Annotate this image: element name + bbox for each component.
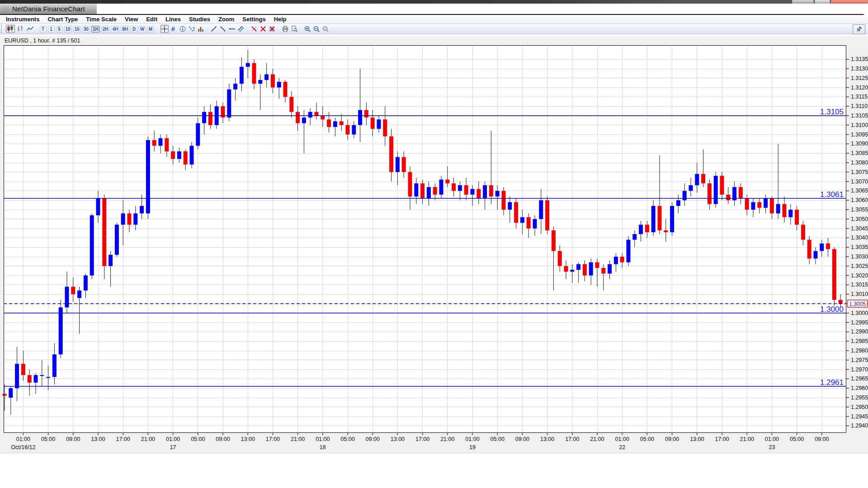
- timescale-button-8h[interactable]: 8H: [121, 26, 129, 33]
- channel-lines-button[interactable]: [237, 25, 245, 33]
- candle-up: [40, 375, 44, 376]
- erase-line-button[interactable]: [250, 25, 258, 33]
- candle-down: [283, 82, 288, 97]
- y-axis-label: 1.3110: [851, 103, 868, 109]
- candle-up: [589, 262, 593, 275]
- ohlc-bar-chart-icon: [16, 25, 24, 33]
- zoom-out-button[interactable]: [312, 25, 321, 33]
- candle-down: [645, 225, 649, 232]
- candle-down: [783, 204, 787, 217]
- toolbar-gripper[interactable]: [1, 25, 4, 33]
- candle-down: [708, 183, 712, 204]
- data-labels-button[interactable]: [188, 25, 196, 33]
- volume-button[interactable]: [197, 25, 205, 33]
- y-axis-label: 1.3020: [851, 272, 868, 279]
- close-button[interactable]: [831, 0, 868, 4]
- menu-item-lines[interactable]: Lines: [161, 16, 185, 23]
- info-icon: i: [179, 25, 186, 33]
- timescale-button-4h[interactable]: 4H: [111, 26, 119, 33]
- x-axis-time-label: 01:00: [316, 436, 330, 442]
- candle-down: [165, 138, 169, 151]
- menu-item-help[interactable]: Help: [270, 16, 291, 23]
- grid-button[interactable]: #: [170, 25, 178, 33]
- y-axis-label: 1.3125: [851, 75, 868, 81]
- candle-down: [502, 191, 506, 210]
- timescale-button-10[interactable]: 10: [64, 26, 72, 33]
- timescale-button-1[interactable]: 1: [48, 26, 55, 33]
- pin-button[interactable]: [853, 24, 865, 34]
- timescale-button-d[interactable]: D: [131, 26, 137, 33]
- print-button[interactable]: [281, 25, 289, 33]
- plot-background[interactable]: [4, 45, 846, 433]
- candle-down: [658, 206, 662, 230]
- crosshair-button[interactable]: [160, 25, 169, 33]
- trend-line-button[interactable]: [210, 25, 218, 33]
- candle-down: [452, 183, 456, 191]
- menu-item-time-scale[interactable]: Time Scale: [82, 16, 121, 23]
- zoom-in-button[interactable]: [303, 25, 311, 33]
- candle-down: [664, 230, 668, 232]
- timescale-button-1h[interactable]: 1H: [91, 26, 100, 33]
- candle-up: [751, 202, 755, 210]
- netdania-financechart-window: NetDania FinanceChart InstrumentsChart T…: [0, 0, 868, 488]
- timescale-button-2h[interactable]: 2H: [101, 26, 110, 33]
- x-axis-time-label: 21:00: [440, 436, 454, 442]
- y-axis-label: 1.3090: [851, 141, 868, 147]
- menu-item-view[interactable]: View: [121, 16, 142, 23]
- x-axis-date-label: 18: [320, 444, 326, 450]
- candle-down: [408, 172, 412, 197]
- y-axis-label: 1.3000: [851, 310, 868, 316]
- timescale-button-15[interactable]: 15: [73, 26, 81, 33]
- timescale-button-w[interactable]: W: [139, 26, 146, 33]
- y-axis-label: 1.3025: [851, 263, 868, 269]
- candle-up: [302, 117, 306, 123]
- candle-up: [820, 244, 824, 251]
- candle-up: [427, 187, 431, 198]
- timescale-button-5[interactable]: 5: [56, 26, 63, 33]
- candle-up: [533, 219, 537, 229]
- maximize-button[interactable]: [815, 0, 830, 4]
- candle-down: [340, 121, 344, 125]
- candle-up: [471, 189, 475, 194]
- candle-down: [252, 63, 256, 84]
- menu-item-zoom[interactable]: Zoom: [214, 16, 238, 23]
- delete-all-lines-button[interactable]: [268, 25, 276, 33]
- trend-line-arrows-icon: [219, 25, 226, 33]
- candle-down: [564, 266, 568, 272]
- window-top-strip: [0, 0, 868, 4]
- x-axis-time-label: 05:00: [491, 436, 505, 442]
- horizontal-line-button[interactable]: [228, 25, 236, 33]
- candle-down: [826, 244, 830, 249]
- candle-down: [595, 262, 599, 267]
- y-axis-label: 1.2960: [851, 385, 868, 391]
- zoom-reset-button[interactable]: [321, 25, 330, 33]
- ohlc-bar-chart-button[interactable]: [16, 25, 25, 33]
- info-button[interactable]: i: [179, 25, 187, 33]
- timescale-button-m[interactable]: M: [147, 26, 154, 33]
- menu-item-chart-type[interactable]: Chart Type: [43, 16, 82, 23]
- channel-lines-icon: [237, 25, 245, 33]
- y-axis-label: 1.2980: [851, 347, 868, 354]
- candle-up: [627, 240, 631, 263]
- menu-item-edit[interactable]: Edit: [142, 16, 161, 23]
- candle-down: [184, 151, 188, 164]
- minimize-button[interactable]: [792, 0, 814, 4]
- print-preview-button[interactable]: [290, 25, 298, 33]
- x-axis-date-label: 17: [170, 444, 176, 450]
- candlestick-chart-button[interactable]: [6, 25, 15, 33]
- timescale-button-30[interactable]: 30: [82, 26, 90, 33]
- menu-item-settings[interactable]: Settings: [238, 16, 269, 23]
- candle-up: [121, 213, 125, 225]
- menu-item-studies[interactable]: Studies: [185, 16, 214, 23]
- menu-item-instruments[interactable]: Instruments: [2, 16, 43, 23]
- y-axis-label: 1.3065: [851, 188, 868, 194]
- x-axis-time-label: 09:00: [66, 436, 80, 442]
- line-chart-button[interactable]: [26, 25, 35, 33]
- candle-up: [570, 270, 574, 272]
- grid-icon: #: [170, 25, 177, 33]
- x-axis-time-label: 09:00: [515, 436, 529, 442]
- x-axis-time-label: 13:00: [391, 436, 405, 442]
- timescale-button-t[interactable]: T: [40, 26, 47, 33]
- delete-line-button[interactable]: [259, 25, 267, 33]
- trend-line-arrows-button[interactable]: [219, 25, 227, 33]
